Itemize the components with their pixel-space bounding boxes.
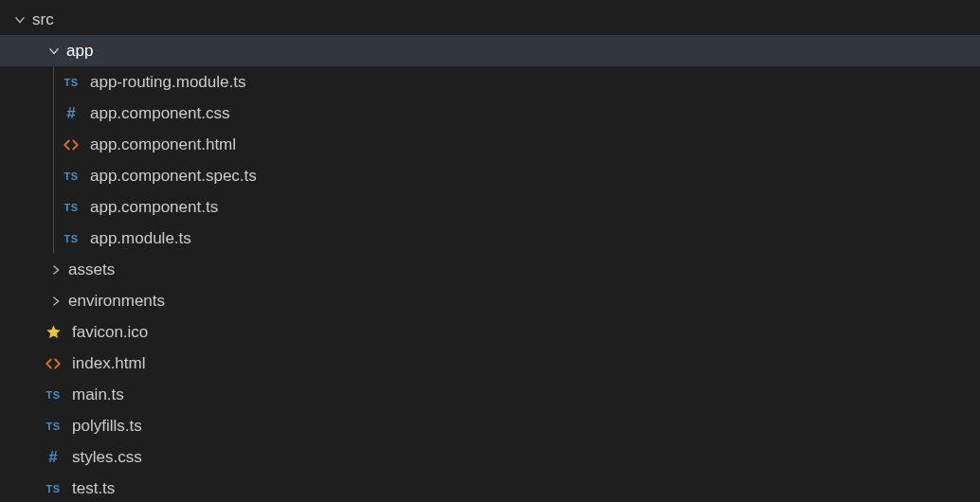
favicon-star-icon xyxy=(42,321,64,344)
typescript-icon: TS xyxy=(60,196,82,219)
file-label: polyfills.ts xyxy=(72,417,142,436)
indent xyxy=(0,129,53,160)
tree-folder-assets[interactable]: assets xyxy=(0,254,980,285)
tree-file[interactable]: TS test.ts xyxy=(0,473,980,502)
chevron-down-icon xyxy=(11,11,28,28)
file-explorer-tree: src app TS app-routing.module.ts # app.c… xyxy=(0,0,980,502)
html-code-icon xyxy=(60,134,82,156)
tree-folder-src[interactable]: src xyxy=(0,4,980,35)
file-label: styles.css xyxy=(72,448,142,467)
indent xyxy=(0,191,53,223)
typescript-icon: TS xyxy=(42,384,64,406)
typescript-icon: TS xyxy=(60,165,82,188)
typescript-icon: TS xyxy=(60,227,82,250)
folder-label: environments xyxy=(68,292,165,311)
indent xyxy=(0,254,47,285)
file-label: favicon.ico xyxy=(72,323,148,342)
tree-file[interactable]: # styles.css xyxy=(0,441,980,473)
tree-file[interactable]: favicon.ico xyxy=(0,316,980,348)
indent xyxy=(0,316,42,348)
folder-label: assets xyxy=(68,260,115,279)
indent xyxy=(0,285,47,316)
file-label: test.ts xyxy=(72,479,115,498)
indent xyxy=(0,410,42,441)
indent xyxy=(0,441,42,473)
file-label: app.component.spec.ts xyxy=(90,167,257,186)
tree-file[interactable]: app.component.html xyxy=(0,129,980,160)
indent xyxy=(0,98,53,129)
file-label: app.module.ts xyxy=(90,229,191,248)
indent xyxy=(0,223,53,254)
html-code-icon xyxy=(42,352,64,375)
indent xyxy=(0,348,42,379)
chevron-down-icon xyxy=(45,43,63,60)
css-hash-icon: # xyxy=(60,102,82,125)
folder-label: app xyxy=(66,42,93,61)
indent xyxy=(0,473,42,502)
tree-file[interactable]: TS polyfills.ts xyxy=(0,410,980,441)
tree-folder-environments[interactable]: environments xyxy=(0,285,980,316)
tree-file[interactable]: # app.component.css xyxy=(0,98,980,129)
chevron-right-icon xyxy=(47,293,64,310)
file-label: main.ts xyxy=(72,385,124,404)
typescript-icon: TS xyxy=(60,71,82,94)
file-label: app.component.css xyxy=(90,104,229,123)
file-label: app-routing.module.ts xyxy=(90,73,245,92)
css-hash-icon: # xyxy=(42,446,64,469)
indent xyxy=(0,66,53,98)
indent xyxy=(0,4,11,35)
tree-file[interactable]: TS main.ts xyxy=(0,379,980,410)
file-label: app.component.ts xyxy=(90,198,218,217)
tree-file[interactable]: index.html xyxy=(0,348,980,379)
file-label: app.component.html xyxy=(90,135,236,154)
indent xyxy=(0,35,45,66)
typescript-icon: TS xyxy=(42,415,64,438)
indent xyxy=(0,379,42,410)
indent xyxy=(0,160,53,191)
tree-file[interactable]: TS app.component.ts xyxy=(0,191,980,223)
file-label: index.html xyxy=(72,354,145,373)
typescript-icon: TS xyxy=(42,477,64,500)
chevron-right-icon xyxy=(47,261,64,278)
tree-file[interactable]: TS app.module.ts xyxy=(0,223,980,254)
folder-label: src xyxy=(32,10,54,29)
tree-folder-app[interactable]: app xyxy=(0,35,980,66)
tree-file[interactable]: TS app-routing.module.ts xyxy=(0,66,980,98)
tree-file[interactable]: TS app.component.spec.ts xyxy=(0,160,980,191)
